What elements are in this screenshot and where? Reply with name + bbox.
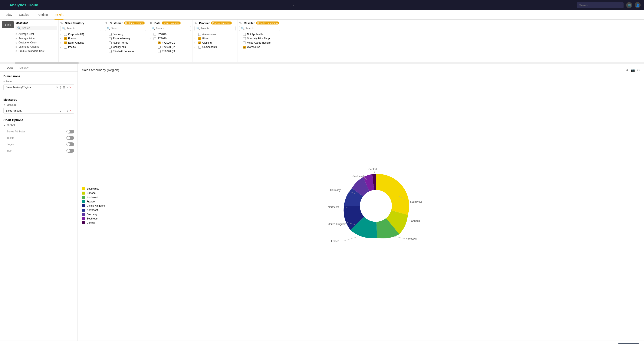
tab-trending[interactable]: Trending [36, 10, 48, 19]
legend-item: Canada [82, 192, 112, 195]
expand-icon[interactable]: › [60, 37, 63, 40]
chart-toolbar: ⬇ 📷 ↻ [626, 68, 640, 72]
list-item: ›Europe [60, 36, 101, 41]
filter-search-input[interactable] [111, 27, 144, 30]
measures-search-icon: 🔍 [17, 26, 21, 29]
filter-checkbox[interactable] [243, 33, 246, 36]
tab-catalog[interactable]: Catalog [19, 10, 29, 19]
confirm-button[interactable]: Confirm [618, 343, 640, 344]
hamburger-icon[interactable]: ☰ [4, 3, 7, 7]
chart-area: Sales Amount by (Region) ⬇ 📷 ↻ Southwest… [78, 64, 644, 341]
legend-label: Germany [87, 213, 97, 216]
filter-checkbox[interactable] [109, 50, 112, 53]
series-toggle[interactable] [66, 130, 74, 133]
filter-col-badge: Customer Region [124, 21, 145, 24]
options-icon[interactable]: ⋮ [62, 109, 66, 112]
label-france: France [331, 240, 339, 243]
measures-list: ⊟Average Cost ⊟Average Price ⊟Customer C… [16, 32, 57, 53]
expand-icon[interactable]: › [154, 42, 156, 44]
filter-checkbox[interactable] [154, 33, 156, 36]
filter-checkbox[interactable] [198, 41, 201, 44]
tab-display[interactable]: Display [16, 64, 32, 71]
sort-icon[interactable]: ⇅ [150, 21, 152, 25]
filter-search-input[interactable] [156, 27, 189, 30]
dropdown-icon[interactable]: ∨ [60, 109, 62, 112]
filter-checkbox[interactable] [198, 37, 201, 40]
donut-chart: Southwest Canada Northwest France United… [112, 165, 640, 246]
expand-icon[interactable]: › [150, 33, 152, 35]
camera-icon[interactable]: 📷 [630, 68, 635, 72]
search-input[interactable] [577, 2, 624, 8]
chevron-down-icon[interactable]: ∨ [66, 86, 68, 89]
legend-label: Southwest [87, 187, 98, 190]
dimensions-title: Dimensions [4, 74, 74, 78]
back-button[interactable]: Back [2, 21, 14, 28]
dropdown-icon[interactable]: ∨ [56, 86, 58, 89]
layout-icon[interactable]: ⊞ [63, 86, 66, 89]
expand-icon[interactable]: › [194, 46, 197, 48]
tab-today[interactable]: Today [4, 10, 12, 19]
filter-search-input[interactable] [245, 27, 278, 30]
sort-icon[interactable]: ⇅ [239, 21, 242, 25]
filter-item-label: Components [202, 45, 217, 48]
filter-checkbox[interactable] [154, 37, 156, 40]
title-toggle[interactable] [66, 149, 74, 153]
filter-checkbox[interactable] [64, 33, 67, 36]
measures-search-input[interactable] [22, 27, 55, 29]
filter-checkbox[interactable] [109, 33, 112, 36]
nav-collapse-icon[interactable]: ‹ [294, 3, 294, 7]
tab-insight[interactable]: Insight [54, 10, 63, 19]
filter-checkbox[interactable] [64, 41, 67, 44]
sort-icon[interactable]: ⇅ [105, 21, 108, 25]
global-toggle[interactable]: ∨ Global [4, 123, 74, 127]
filter-checkbox[interactable] [243, 37, 246, 40]
sort-icon[interactable]: ⇅ [194, 21, 197, 25]
filter-item-label: Not Applicable [247, 33, 264, 36]
label-line-central [374, 171, 375, 174]
filter-checkbox[interactable] [158, 46, 160, 48]
tab-data[interactable]: Data [4, 64, 16, 71]
filter-search-input[interactable] [66, 27, 100, 30]
list-item: FY2020 Q2 [150, 45, 191, 49]
filter-checkbox[interactable] [243, 41, 246, 44]
tooltip-toggle[interactable] [66, 136, 74, 140]
expand-icon[interactable]: › [194, 33, 197, 35]
filter-col-badge: Product Category [211, 21, 232, 24]
chevron-down-icon[interactable]: ∨ [66, 109, 68, 112]
filter-checkbox[interactable] [109, 37, 112, 40]
filter-checkbox[interactable] [158, 50, 160, 53]
app-title: Analytics Cloud [9, 3, 292, 7]
user-avatar[interactable]: 👤 [635, 2, 640, 8]
expand-icon[interactable]: › [60, 33, 63, 35]
filter-checkbox[interactable] [198, 33, 201, 36]
label-southwest: Southwest [410, 200, 422, 203]
expand-icon[interactable]: › [60, 46, 63, 48]
remove-icon[interactable]: ✕ [69, 86, 72, 89]
measure-control[interactable]: Sales Amount ∨ ⋮ ∨ ✕ [4, 108, 74, 114]
expand-icon[interactable]: › [194, 42, 197, 44]
level-text: Level [6, 80, 12, 83]
expand-icon[interactable]: › [194, 37, 197, 40]
legend-toggle[interactable] [66, 142, 74, 146]
sort-icon[interactable]: ⇅ [60, 21, 63, 25]
filter-search-input[interactable] [200, 27, 234, 30]
options-icon[interactable]: ⋮ [59, 86, 62, 89]
filter-checkbox[interactable] [243, 46, 246, 48]
filter-item-label: Jon Yang [113, 33, 124, 36]
filter-checkbox[interactable] [109, 46, 112, 48]
filter-checkbox[interactable] [64, 37, 67, 40]
filter-checkbox[interactable] [64, 46, 67, 48]
list-item: Jon Yang [105, 32, 146, 36]
notifications-icon[interactable]: 📺 [626, 2, 632, 8]
filter-checkbox[interactable] [109, 41, 112, 44]
level-control[interactable]: Sales Territory/Region ∨ ⋮ ⊞ ∨ ✕ [4, 84, 74, 90]
dimensions-section: Dimensions ≡ Level Sales Territory/Regio… [0, 71, 78, 95]
expand-icon[interactable]: ∨ [150, 37, 152, 40]
download-icon[interactable]: ⬇ [626, 68, 628, 72]
filter-checkbox[interactable] [198, 46, 201, 48]
filter-checkbox[interactable] [158, 41, 160, 44]
remove-icon[interactable]: ✕ [69, 109, 72, 112]
chart-body: Southwest Canada Northwest France United… [82, 75, 640, 336]
refresh-icon[interactable]: ↻ [637, 68, 640, 72]
expand-icon[interactable]: › [60, 42, 63, 44]
